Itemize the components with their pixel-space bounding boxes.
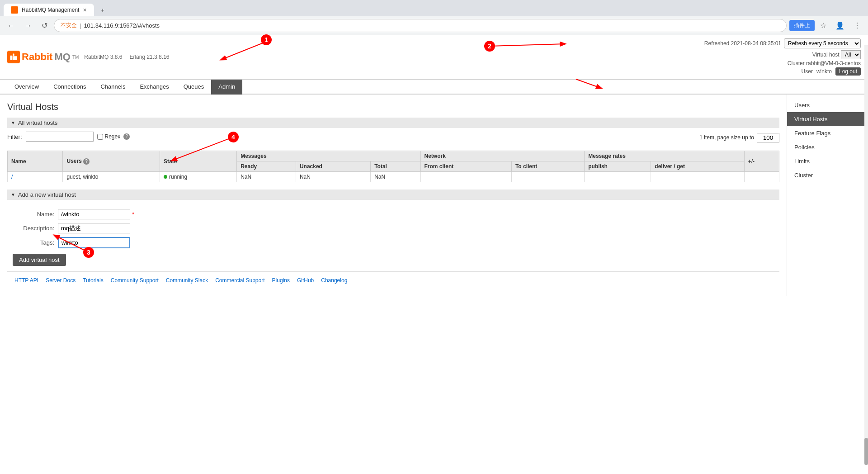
tags-input[interactable] xyxy=(58,237,130,248)
filter-input[interactable] xyxy=(26,132,94,142)
nav-connections[interactable]: Connections xyxy=(46,80,93,95)
footer-plugins[interactable]: Plugins xyxy=(272,277,290,284)
messages-header: Messages xyxy=(237,151,420,161)
user-info: User winkto Log out xyxy=(704,67,861,76)
required-asterisk: * xyxy=(132,211,134,218)
virtual-host-select[interactable]: All xyxy=(841,50,861,59)
row-from-client xyxy=(420,172,511,182)
scrollbar[interactable] xyxy=(864,45,868,460)
app-header: RabbitMQTM RabbitMQ 3.8.6 Erlang 21.3.8.… xyxy=(0,35,868,80)
url-text: 101.34.116.9:15672/#/vhosts xyxy=(84,22,160,29)
col-to-client: To client xyxy=(511,161,584,172)
col-plus-minus-btn[interactable]: +/- xyxy=(744,151,779,172)
status-dot xyxy=(164,175,167,179)
tags-row: Tags: xyxy=(13,237,774,248)
refresh-button[interactable]: ↺ xyxy=(38,19,51,32)
users-help-icon[interactable]: ? xyxy=(83,158,90,165)
section-label: All virtual hosts xyxy=(18,119,57,126)
regex-help-icon[interactable]: ? xyxy=(123,133,130,140)
col-users: Users ? xyxy=(63,151,160,172)
svg-rect-2 xyxy=(13,56,17,60)
bookmark-button[interactable]: ☆ xyxy=(816,19,830,32)
extension-button[interactable]: 插件上 xyxy=(789,20,815,31)
regex-label[interactable]: Regex ? xyxy=(97,133,130,140)
footer-github[interactable]: GitHub xyxy=(297,277,314,284)
url-bar[interactable]: 不安全 | 101.34.116.9:15672/#/vhosts xyxy=(54,19,787,32)
name-input[interactable] xyxy=(58,209,130,219)
profile-button[interactable]: 👤 xyxy=(832,19,848,32)
nav-exchanges[interactable]: Exchanges xyxy=(132,80,176,95)
nav-queues[interactable]: Queues xyxy=(176,80,212,95)
footer-community-support[interactable]: Community Support xyxy=(111,277,159,284)
logo-rabbit-text: Rabbit xyxy=(22,51,52,63)
add-virtual-host-button[interactable]: Add virtual host xyxy=(13,254,66,266)
logo-area: RabbitMQTM RabbitMQ 3.8.6 Erlang 21.3.8.… xyxy=(7,51,169,63)
col-total: Total xyxy=(371,161,420,172)
rabbitmq-version: RabbitMQ 3.8.6 xyxy=(84,54,122,60)
footer-tutorials[interactable]: Tutorials xyxy=(83,277,104,284)
add-vhost-section-header[interactable]: ▼ Add a new virtual host xyxy=(7,190,779,200)
tab-title: RabbitMQ Management xyxy=(22,7,79,13)
active-tab[interactable]: RabbitMQ Management × xyxy=(4,4,94,16)
cluster-value: rabbit@VM-0-3-centos xyxy=(806,60,861,66)
page-size-label: 1 item, page size up to xyxy=(699,134,754,141)
all-vhosts-section-header[interactable]: ▼ All virtual hosts xyxy=(7,118,779,128)
refresh-select[interactable]: Refresh every 5 seconds No refresh Refre… xyxy=(784,38,861,48)
sidebar-item-users[interactable]: Users xyxy=(787,98,868,112)
page-size-input[interactable] xyxy=(757,133,779,142)
vhosts-table: Name Users ? State Messages Network Mess… xyxy=(7,151,779,182)
row-total: NaN xyxy=(371,172,420,182)
footer-community-slack[interactable]: Community Slack xyxy=(166,277,208,284)
forward-button[interactable]: → xyxy=(21,20,35,32)
filter-bar: Filter: Regex ? xyxy=(7,132,130,142)
row-users: guest, winkto xyxy=(63,172,160,182)
header-right: Refreshed 2021-08-04 08:35:01 Refresh ev… xyxy=(704,38,861,76)
col-state: State xyxy=(160,151,237,172)
sidebar-item-feature-flags[interactable]: Feature Flags xyxy=(787,126,868,140)
refresh-control: Refreshed 2021-08-04 08:35:01 Refresh ev… xyxy=(704,38,861,48)
sidebar-item-limits[interactable]: Limits xyxy=(787,154,868,168)
row-to-client xyxy=(511,172,584,182)
col-name: Name xyxy=(8,151,63,172)
user-label: User xyxy=(802,68,813,75)
nav-overview[interactable]: Overview xyxy=(7,80,46,95)
erlang-version: Erlang 21.3.8.16 xyxy=(129,54,169,60)
tab-close-button[interactable]: × xyxy=(83,6,86,14)
scrollbar-thumb[interactable] xyxy=(864,438,868,460)
sidebar-item-virtual-hosts[interactable]: Virtual Hosts xyxy=(787,112,868,126)
col-from-client: From client xyxy=(420,161,511,172)
version-info: RabbitMQ 3.8.6 Erlang 21.3.8.16 xyxy=(84,54,169,60)
svg-rect-1 xyxy=(13,54,14,56)
row-state: running xyxy=(160,172,237,182)
sidebar-item-policies[interactable]: Policies xyxy=(787,140,868,154)
page-title: Virtual Hosts xyxy=(7,102,779,112)
main-content: Virtual Hosts ▼ All virtual hosts Filter… xyxy=(0,95,868,296)
menu-button[interactable]: ⋮ xyxy=(850,19,864,32)
row-name[interactable]: / xyxy=(8,172,63,182)
tab-favicon xyxy=(11,6,18,14)
footer-changelog[interactable]: Changelog xyxy=(321,277,347,284)
back-button[interactable]: ← xyxy=(4,20,18,32)
new-tab-button[interactable]: + xyxy=(94,5,112,16)
footer-server-docs[interactable]: Server Docs xyxy=(46,277,75,284)
nav-admin[interactable]: Admin xyxy=(211,80,242,95)
virtual-host-label: Virtual host xyxy=(812,52,840,58)
user-value: winkto xyxy=(816,68,832,75)
cluster-label: Cluster xyxy=(788,60,805,66)
state-text: running xyxy=(169,174,187,180)
footer-links: HTTP API Server Docs Tutorials Community… xyxy=(7,271,779,289)
message-rates-header: Message rates xyxy=(585,151,744,161)
footer-http-api[interactable]: HTTP API xyxy=(14,277,38,284)
description-input[interactable] xyxy=(58,223,130,233)
description-label: Description: xyxy=(13,225,58,232)
nav-channels[interactable]: Channels xyxy=(93,80,132,95)
regex-checkbox[interactable] xyxy=(97,134,103,140)
row-publish xyxy=(585,172,651,182)
logo-icon xyxy=(7,51,20,63)
col-unacked: Unacked xyxy=(296,161,370,172)
sidebar-item-cluster[interactable]: Cluster xyxy=(787,168,868,182)
footer-commercial-support[interactable]: Commercial Support xyxy=(215,277,264,284)
logout-button[interactable]: Log out xyxy=(835,67,861,76)
table-row: / guest, winkto running NaN NaN NaN xyxy=(8,172,779,182)
row-deliver-get xyxy=(651,172,744,182)
